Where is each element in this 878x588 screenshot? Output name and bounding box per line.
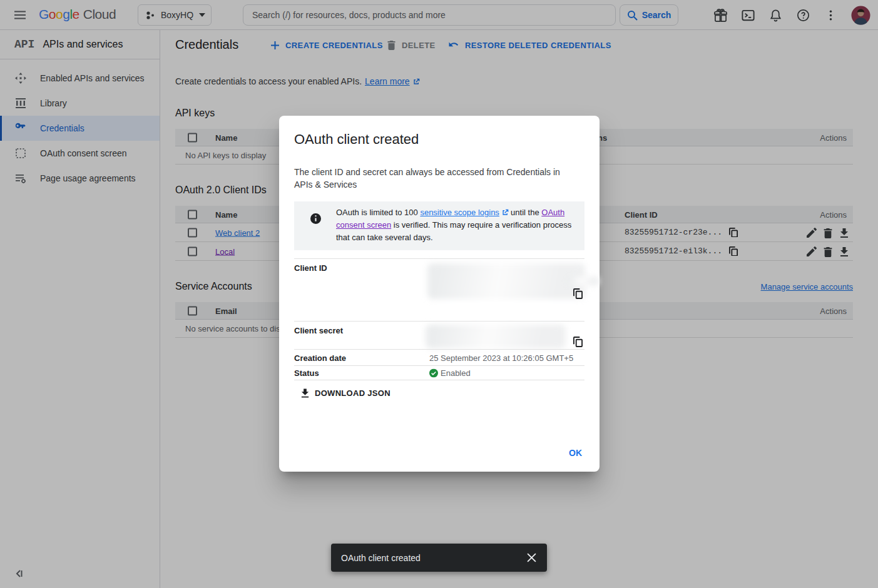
creation-date-row: Creation date 25 September 2023 at 10:26… <box>294 349 584 365</box>
oauth-client-created-dialog: OAuth client created The client ID and s… <box>279 116 600 472</box>
spacer-row <box>294 302 584 321</box>
dialog-description: The client ID and secret can always be a… <box>294 166 574 191</box>
client-secret-label: Client secret <box>294 326 343 335</box>
check-circle-icon <box>429 368 438 377</box>
toast-snackbar: OAuth client created <box>331 544 547 572</box>
close-icon[interactable] <box>519 546 543 570</box>
notice-banner: OAuth is limited to 100 sensitive scope … <box>294 201 584 250</box>
redacted-client-id <box>567 276 600 286</box>
copy-icon[interactable] <box>573 288 583 299</box>
download-json-button[interactable]: DOWNLOAD JSON <box>300 385 391 401</box>
info-icon <box>310 213 321 224</box>
sensitive-scope-logins-link[interactable]: sensitive scope logins <box>420 208 499 217</box>
notice-text: OAuth is limited to 100 sensitive scope … <box>336 206 576 244</box>
external-link-icon <box>502 209 509 216</box>
redacted-client-secret <box>426 325 566 348</box>
copy-icon[interactable] <box>573 337 583 347</box>
download-icon <box>300 388 310 398</box>
ok-button[interactable]: OK <box>569 448 582 458</box>
client-id-row: Client ID <box>294 258 584 302</box>
status-label: Status <box>294 368 319 378</box>
client-id-label: Client ID <box>294 263 327 273</box>
status-value: Enabled <box>441 368 471 378</box>
creation-date-value: 25 September 2023 at 10:26:05 GMT+5 <box>429 353 573 362</box>
creation-date-label: Creation date <box>294 353 346 362</box>
dialog-title: OAuth client created <box>294 131 419 148</box>
status-row: Status Enabled <box>294 365 584 380</box>
toast-message: OAuth client created <box>341 553 519 563</box>
client-secret-row: Client secret <box>294 321 584 349</box>
redacted-client-id <box>427 263 585 299</box>
